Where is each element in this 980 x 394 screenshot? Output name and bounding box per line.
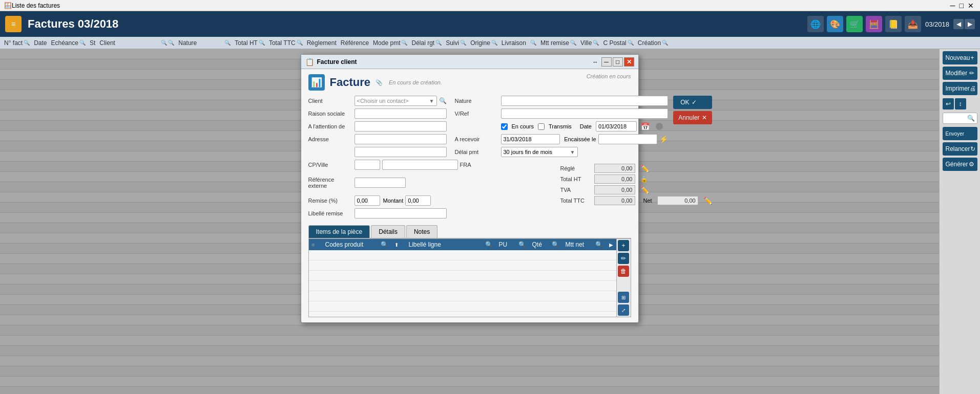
generer-button[interactable]: Générer ⚙: [943, 158, 977, 171]
tabs-bar: Items de la pièce Détails Notes: [308, 225, 631, 238]
cp-input[interactable]: [355, 160, 380, 170]
col-header-nfact: N° fact🔍: [2, 39, 32, 47]
right-edit-icon[interactable]: ✏️: [640, 164, 649, 172]
totals-area: Réglé 0,00 ✏️ Total HT 0,00 🔒: [455, 164, 712, 207]
ok-button[interactable]: OK ✓: [673, 96, 712, 109]
pu-search-icon[interactable]: 🔍: [518, 241, 526, 248]
add-item-btn[interactable]: +: [618, 240, 629, 251]
modal-minimize-btn[interactable]: ─: [601, 57, 612, 67]
items-col-resize[interactable]: ▶: [609, 242, 613, 248]
maximize-btn[interactable]: □: [960, 2, 964, 10]
imprimer-button[interactable]: Imprimer 🖨: [943, 82, 977, 95]
delete-item-btn[interactable]: 🗑: [618, 266, 629, 277]
action-sub-btn1[interactable]: ↩: [943, 98, 954, 110]
tab-details[interactable]: Détails: [371, 225, 405, 238]
form-subtitle-icon: 📎: [376, 79, 383, 86]
libele-remise-input[interactable]: [355, 208, 447, 218]
right-sidebar: Nouveau + Modifier ✏ Imprimer 🖨 ↩ ↕ 🔍 En…: [939, 49, 980, 394]
remise-row: Remise (%) 0,00 Montant 0,00: [308, 195, 447, 206]
en-cours-checkbox[interactable]: [501, 123, 508, 130]
encaissee-input[interactable]: [598, 134, 658, 144]
montant-label: Montant: [383, 198, 404, 204]
close-btn[interactable]: ✕: [968, 2, 974, 10]
action-sub-btn2[interactable]: ↕: [955, 98, 966, 110]
sub-action-row: ↩ ↕: [943, 98, 977, 110]
form-left-col: Client <Choisir un contact> ▼ 🔍 Raison s…: [308, 96, 447, 221]
date-input[interactable]: 01/03/2018: [596, 121, 637, 132]
remise-input[interactable]: 0,00: [355, 195, 380, 206]
search-input-sidebar[interactable]: 🔍: [943, 113, 977, 124]
adresse-input[interactable]: [355, 134, 447, 144]
generer-label: Générer: [946, 161, 968, 168]
nature-input[interactable]: [501, 96, 669, 106]
items-expand-btn[interactable]: ⤢: [618, 304, 629, 316]
client-dropdown-arrow: ▼: [429, 98, 434, 104]
calc-icon[interactable]: 🧮: [866, 16, 882, 32]
tva-value: 0,00: [594, 185, 635, 194]
items-sort-icon[interactable]: ≡: [312, 242, 321, 248]
book-icon[interactable]: 📒: [885, 16, 902, 32]
adresse-input2[interactable]: [355, 147, 447, 157]
client-dropdown[interactable]: <Choisir un contact> ▼: [355, 96, 437, 106]
items-row: [309, 271, 616, 281]
tva-edit-icon[interactable]: ✏️: [640, 186, 649, 194]
client-search-icon[interactable]: 🔍: [439, 97, 447, 104]
col-header-reglement: Règlement: [305, 39, 339, 47]
tab-items-piece[interactable]: Items de la pièce: [308, 225, 370, 238]
items-extra-btn1[interactable]: ⊞: [618, 292, 629, 303]
qte-search-icon[interactable]: 🔍: [552, 241, 559, 248]
vref-input[interactable]: [501, 108, 669, 119]
prev-period-btn[interactable]: ◀: [953, 19, 964, 29]
items-action-buttons: + ✏ 🗑 ⊞ ⤢: [617, 238, 631, 317]
nouveau-button[interactable]: Nouveau +: [943, 51, 977, 64]
relancer-button[interactable]: Relancer ↻: [943, 142, 977, 156]
palette-icon[interactable]: 🎨: [827, 16, 843, 32]
libelle-search-icon[interactable]: 🔍: [485, 241, 493, 248]
modal-maximize-btn[interactable]: □: [613, 57, 623, 67]
codes-search-icon[interactable]: 🔍: [381, 241, 388, 248]
client-row: Client <Choisir un contact> ▼ 🔍: [308, 96, 447, 106]
checkbox-row: En cours Transmis Date 01/03/2018 📅: [501, 121, 663, 132]
print-icon: 🖨: [970, 85, 976, 92]
items-table-body[interactable]: [309, 250, 616, 317]
montant-input[interactable]: 0,00: [405, 195, 431, 206]
calendar-icon[interactable]: 📅: [641, 122, 650, 130]
regle-row: Réglé 0,00 ✏️: [455, 164, 712, 173]
attention-input[interactable]: [355, 121, 447, 132]
lightning-icon[interactable]: ⚡: [659, 135, 668, 143]
tab-notes[interactable]: Notes: [406, 225, 437, 238]
spacer: [308, 172, 447, 177]
col-header-origine: Origine🔍: [468, 39, 499, 47]
delai-pmt-dropdown[interactable]: 30 jours fin de mois ▼: [501, 147, 578, 157]
ttc-edit-icon[interactable]: ✏️: [703, 196, 712, 205]
next-period-btn[interactable]: ▶: [965, 19, 975, 29]
minimize-btn[interactable]: ─: [950, 2, 955, 10]
modal-resize-icon[interactable]: ↔: [593, 59, 598, 65]
items-row: [309, 250, 616, 260]
arecevoir-input[interactable]: 31/03/2018: [501, 134, 560, 144]
modal-content: Création en cours 📊 Facture 📎 En cours d…: [301, 69, 638, 322]
modal-title-icon: 📋: [305, 58, 314, 66]
transmis-checkbox[interactable]: [538, 123, 545, 130]
modifier-button[interactable]: Modifier ✏: [943, 67, 977, 80]
raison-sociale-input[interactable]: [355, 108, 447, 119]
envoyer-button[interactable]: Envoyer: [943, 127, 977, 140]
ville-input[interactable]: [382, 160, 458, 170]
title-bar-icon: 🪟: [4, 2, 12, 9]
cart-icon[interactable]: 🛒: [846, 16, 863, 32]
edit-item-btn[interactable]: ✏: [618, 253, 629, 264]
cancel-button[interactable]: Annuler ✕: [673, 111, 712, 124]
total-ht-value: 0,00: [594, 174, 635, 184]
export-icon[interactable]: 📤: [905, 16, 921, 32]
main-area: 📋 Facture client ↔ ─ □ ✕ Création en cou…: [0, 49, 980, 394]
items-row: [309, 291, 616, 301]
codes-sort-icon[interactable]: ⬆: [394, 242, 399, 248]
ref-externe-input[interactable]: [355, 178, 406, 188]
title-bar: 🪟 Liste des factures ─ □ ✕: [0, 0, 980, 11]
globe-icon[interactable]: 🌐: [807, 16, 824, 32]
modal-close-btn[interactable]: ✕: [624, 57, 634, 67]
libele-remise-label: Libellé remise: [308, 210, 355, 216]
app-logo: ≡: [5, 16, 22, 32]
col-header-date: Date: [32, 39, 49, 47]
mttnet-search-icon[interactable]: 🔍: [595, 241, 603, 248]
